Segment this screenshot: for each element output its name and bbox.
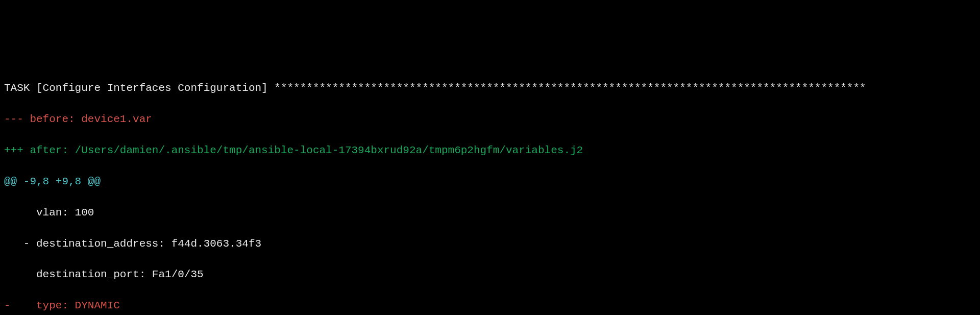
hunk-header-line: @@ -9,8 +9,8 @@ [4,174,976,189]
context-line: - destination_address: f44d.3063.34f3 [4,236,976,252]
diff-removed-line: - type: DYNAMIC [4,298,976,313]
context-line: vlan: 100 [4,205,976,221]
diff-after-line: +++ after: /Users/damien/.ansible/tmp/an… [4,143,976,158]
diff-before-line: --- before: device1.var [4,112,976,127]
terminal-output: TASK [Configure Interfaces Configuration… [4,65,976,315]
task-header-line: TASK [Configure Interfaces Configuration… [4,81,976,96]
context-line: destination_port: Fa1/0/35 [4,267,976,282]
